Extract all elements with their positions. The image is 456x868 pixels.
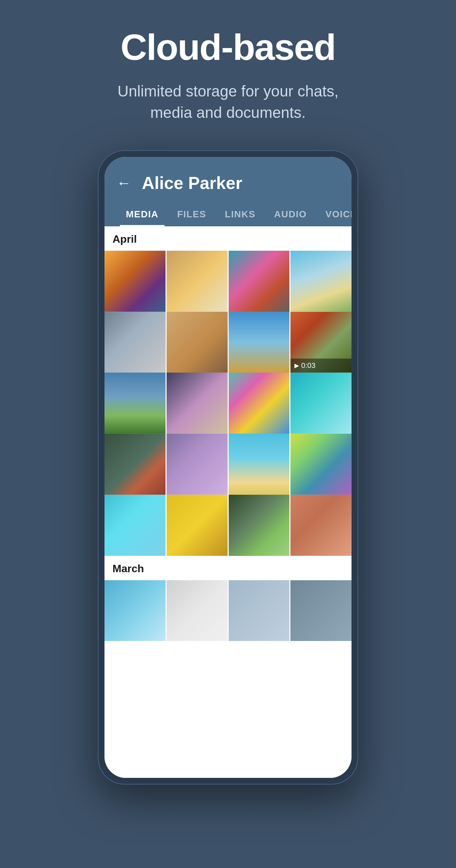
photo-item[interactable] [229, 495, 290, 556]
photo-item[interactable] [291, 373, 352, 434]
photo-item[interactable] [229, 434, 290, 495]
photo-item[interactable] [166, 251, 228, 312]
photo-item[interactable] [104, 495, 165, 556]
photo-grid-march-row1 [104, 580, 352, 641]
photo-grid-april-row5 [104, 495, 352, 556]
video-duration-overlay: ▶ 0:03 [291, 359, 352, 373]
photo-item[interactable] [104, 434, 165, 495]
month-march-label: March [104, 556, 352, 580]
tab-audio[interactable]: AUDIO [265, 201, 316, 226]
play-icon: ▶ [295, 362, 299, 369]
photo-item[interactable] [104, 312, 165, 373]
photo-item[interactable] [291, 434, 352, 495]
photo-item[interactable] [291, 580, 352, 641]
tab-media[interactable]: MEDIA [117, 201, 168, 226]
photo-item[interactable] [166, 312, 228, 373]
photo-item[interactable] [229, 312, 290, 373]
tab-links[interactable]: LINKS [216, 201, 265, 226]
photo-item[interactable] [229, 373, 290, 434]
photo-item[interactable] [166, 373, 228, 434]
photo-item-video[interactable]: ▶ 0:03 [291, 312, 352, 373]
photo-item[interactable] [166, 495, 228, 556]
photo-item[interactable] [104, 373, 165, 434]
photo-item[interactable] [229, 580, 290, 641]
page-subtitle: Unlimited storage for your chats, media … [101, 81, 355, 124]
month-april-label: April [104, 226, 352, 251]
tab-files[interactable]: FILES [168, 201, 216, 226]
photo-grid-april-row3 [104, 373, 352, 434]
photo-item[interactable] [291, 495, 352, 556]
photo-grid-april-row1 [104, 251, 352, 312]
photo-item[interactable] [291, 251, 352, 312]
photo-item[interactable] [104, 580, 165, 641]
photo-grid-april-row2: ▶ 0:03 [104, 312, 352, 373]
phone-outer: ← Alice Parker MEDIA FILES LINKS AUDIO V… [98, 150, 358, 784]
back-button[interactable]: ← [117, 176, 131, 190]
tabs-bar: MEDIA FILES LINKS AUDIO VOICE [104, 201, 352, 226]
video-duration: 0:03 [301, 361, 315, 370]
app-header: ← Alice Parker [104, 157, 352, 201]
media-content: April [104, 226, 352, 778]
photo-item[interactable] [166, 580, 228, 641]
phone-mockup: ← Alice Parker MEDIA FILES LINKS AUDIO V… [98, 150, 358, 784]
chat-title: Alice Parker [142, 173, 242, 193]
photo-item[interactable] [166, 434, 228, 495]
page-headline: Cloud-based [121, 27, 335, 67]
photo-item[interactable] [104, 251, 165, 312]
phone-screen: ← Alice Parker MEDIA FILES LINKS AUDIO V… [104, 157, 352, 778]
tab-voice[interactable]: VOICE [316, 201, 352, 226]
photo-grid-april-row4 [104, 434, 352, 495]
photo-item[interactable] [229, 251, 290, 312]
